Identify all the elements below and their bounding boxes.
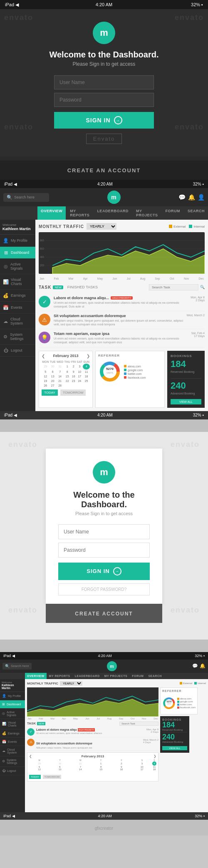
cal-cell[interactable]: 13: [50, 374, 56, 379]
sidebar-item-logout[interactable]: ⏻ Logout: [0, 345, 35, 357]
cal-cell[interactable]: [76, 383, 83, 388]
small-task-search[interactable]: [119, 722, 158, 726]
sidebar-item-myprofile[interactable]: 👤 My Profile: [0, 235, 35, 247]
cal-cell[interactable]: 17: [76, 374, 83, 379]
cal-cell[interactable]: 21: [56, 379, 64, 383]
small-cal-prev[interactable]: ❮: [29, 754, 32, 758]
small-tab-overview[interactable]: OVERVIEW: [25, 673, 47, 679]
chart-filter-select[interactable]: YEARLY MONTHLY: [87, 223, 116, 230]
small-sidebar-earnings[interactable]: 💰 Earnings: [0, 729, 25, 738]
cal-cell[interactable]: 5: [42, 370, 50, 374]
small-today-button[interactable]: TODAY: [29, 775, 41, 779]
small-tab-forum[interactable]: FORUM: [130, 673, 146, 679]
cal-cell[interactable]: 8: [64, 370, 71, 374]
tab-overview[interactable]: OVERVIEW: [37, 206, 66, 220]
small-sidebar-settings[interactable]: ⚙ System Settings: [0, 756, 25, 767]
cal-cell[interactable]: 15: [64, 374, 71, 379]
small-sidebar-dashboard[interactable]: ⊞ Dashboard: [0, 700, 25, 709]
cal-cell[interactable]: 6: [50, 370, 56, 374]
small-sidebar-signals[interactable]: ◎ Active Signals: [0, 709, 25, 719]
small-view-all-button[interactable]: VIEW ALL: [162, 746, 187, 750]
sidebar-item-earnings[interactable]: 💰 Earnings: [0, 290, 35, 302]
tab-my-projects[interactable]: MY PROJECTS: [133, 206, 161, 220]
cal-cell[interactable]: 18: [83, 374, 90, 379]
small-sidebar-myprofile[interactable]: 👤 My Profile: [0, 692, 25, 700]
footer-area: gfxcreator: [0, 820, 208, 836]
dark-create-account-button[interactable]: CREATE AN ACCOUNT: [67, 167, 141, 174]
cal-cell[interactable]: 25: [83, 379, 90, 383]
tab-my-reports[interactable]: MY REPORTS: [67, 206, 93, 220]
tab-forum[interactable]: FORUM: [162, 206, 183, 220]
cal-cell[interactable]: [71, 383, 76, 388]
cal-cell[interactable]: 29: [42, 364, 50, 370]
cal-cell[interactable]: 20: [50, 379, 56, 383]
cal-cell[interactable]: 26: [42, 383, 50, 388]
light-signin-button[interactable]: SIGN IN →: [58, 563, 150, 580]
cal-cell[interactable]: 1: [64, 364, 71, 370]
view-all-button[interactable]: VIEW ALL: [171, 399, 201, 404]
small-tab-reports[interactable]: MY REPORTS: [47, 673, 72, 679]
small-search-box[interactable]: 🔍 Search here: [2, 663, 32, 670]
tab-leaderboard[interactable]: LEADERBOARD: [94, 206, 132, 220]
chat-icon[interactable]: 💬: [178, 194, 186, 201]
cal-cell[interactable]: 10: [76, 370, 83, 374]
light-forgot-button[interactable]: FORGOT PASSWORD?: [58, 583, 150, 595]
cal-cell[interactable]: 14: [56, 374, 64, 379]
small-notification-icon[interactable]: 🔔: [200, 663, 206, 669]
cal-cell[interactable]: [64, 383, 71, 388]
sidebar-item-dashboard[interactable]: ⊞ Dashboard: [0, 247, 35, 259]
cal-cell[interactable]: 11: [83, 370, 90, 374]
light-password-input[interactable]: [58, 543, 150, 558]
cal-cell[interactable]: 28: [56, 383, 64, 388]
cal-cell-today[interactable]: 4: [83, 364, 90, 370]
small-filter-select[interactable]: YEARLY: [60, 681, 82, 686]
small-tab-projects[interactable]: MY PROJECTS: [102, 673, 130, 679]
small-sidebar-logout[interactable]: ⏻ Logout: [0, 767, 25, 775]
cal-cell[interactable]: 27: [50, 383, 56, 388]
dark-username-input[interactable]: [54, 75, 154, 89]
cal-cell[interactable]: 30: [50, 364, 56, 370]
tab-search[interactable]: SEARCH: [184, 206, 208, 220]
sidebar-item-cloudsystem[interactable]: ☁ Cloud System: [0, 314, 35, 329]
cal-cell[interactable]: 22: [64, 379, 71, 383]
sidebar-item-visualcharts[interactable]: 📊 Visual Charts: [0, 274, 35, 290]
small-tab-search[interactable]: SEARCH: [146, 673, 164, 679]
cal-cell[interactable]: 24: [76, 379, 83, 383]
light-username-input[interactable]: [58, 524, 150, 539]
cal-cell[interactable]: 9: [71, 370, 76, 374]
small-sidebar-cloud[interactable]: ☁ Cloud System: [0, 746, 25, 756]
task-search-input[interactable]: [149, 284, 198, 290]
dark-signin-button[interactable]: SIGN IN →: [54, 112, 154, 129]
today-button[interactable]: TODAY: [42, 389, 58, 396]
sidebar-item-events[interactable]: 📅 Events: [0, 302, 35, 314]
small-sidebar-charts[interactable]: 📊 Visual Charts: [0, 719, 25, 729]
cal-next-button[interactable]: ❯: [87, 354, 90, 358]
small-sidebar-events[interactable]: 📅 Events: [0, 738, 25, 746]
cal-cell[interactable]: 19: [42, 379, 50, 383]
notification-icon[interactable]: 🔔: [188, 194, 195, 201]
sidebar-item-activesignals[interactable]: ◎ Active Signals: [0, 259, 35, 274]
small-tomorrow-button[interactable]: TOMORROW: [43, 775, 62, 779]
cal-cell[interactable]: 7: [56, 370, 64, 374]
referrer-widget: REFERRER 5270 VISITS: [95, 351, 165, 408]
cal-cell[interactable]: 3: [76, 364, 83, 370]
light-create-account-button[interactable]: CREATE ACCOUNT: [75, 611, 133, 617]
sidebar-item-systemsettings[interactable]: ⚙ System Settings: [0, 329, 35, 345]
small-chat-icon[interactable]: 💬: [192, 663, 198, 669]
small-cal-next[interactable]: ❯: [154, 754, 156, 758]
cal-cell[interactable]: 12: [42, 374, 50, 379]
dash-search-box[interactable]: 🔍 Search here: [3, 193, 49, 202]
small-tab-leaderboard[interactable]: LEADERBOARD: [73, 673, 102, 679]
cal-cell[interactable]: 2: [71, 364, 76, 370]
cal-cell[interactable]: [83, 383, 90, 388]
dark-password-input[interactable]: [54, 93, 154, 107]
cal-prev-button[interactable]: ❮: [42, 354, 45, 358]
cal-cell[interactable]: 23: [71, 379, 76, 383]
tab-finished-tasks[interactable]: FINISHED TASKS: [65, 283, 100, 291]
chart-x-labels: JanFeb MarApr MayJun JulAug SepOct NovDe…: [39, 277, 205, 280]
cal-cell[interactable]: 31: [56, 364, 64, 370]
tomorrow-button[interactable]: TOMORROW: [60, 389, 86, 396]
small-profile-icon: 👤: [2, 694, 6, 698]
user-icon[interactable]: 👤: [198, 194, 205, 201]
cal-cell[interactable]: 16: [71, 374, 76, 379]
